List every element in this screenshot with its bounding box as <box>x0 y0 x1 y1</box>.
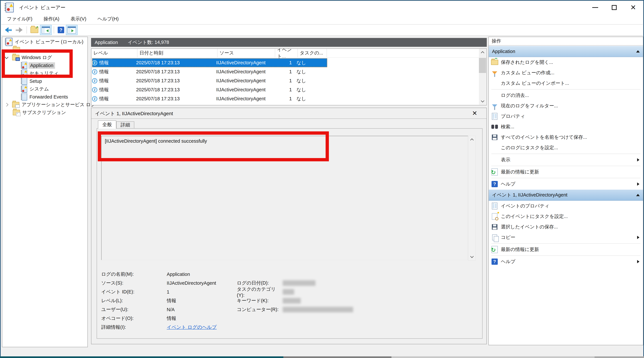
menu-view[interactable]: 表示(V) <box>65 14 92 24</box>
column-header-datetime[interactable]: 日付と時刻 <box>138 49 218 57</box>
field-user: ユーザー(U): N/A <box>101 306 174 313</box>
action-event-properties[interactable]: イベントのプロパティ <box>489 201 643 211</box>
scroll-up-arrow[interactable] <box>479 49 486 56</box>
tree-root-label: イベント ビューアー (ローカル) <box>15 39 83 45</box>
action-save-selected-events[interactable]: 選択したイベントの保存... <box>489 222 643 232</box>
scroll-down-arrow[interactable] <box>479 98 486 105</box>
event-row-partial[interactable]: i <box>92 103 327 105</box>
action-import-custom-view[interactable]: カスタム ビューのインポート... <box>489 78 643 88</box>
tree-item-label: Setup <box>30 78 42 84</box>
event-row-selected[interactable]: i 情報 2025/07/18 17:23:13 IIJActiveDirect… <box>92 58 327 67</box>
event-row[interactable]: i 情報 2025/07/18 17:23:13 IIJActiveDirect… <box>92 76 327 85</box>
toggle-action-pane-button[interactable] <box>66 25 78 35</box>
scroll-up-arrow[interactable] <box>468 136 476 143</box>
event-row[interactable]: i 情報 2025/07/18 17:23:13 IIJActiveDirect… <box>92 67 327 76</box>
information-icon: i <box>92 69 97 74</box>
action-attach-task-to-event[interactable]: このイベントにタスクを設定... <box>489 211 643 222</box>
log-icon <box>22 85 27 93</box>
cell-event-id: 1 <box>274 60 292 65</box>
app-services-folder-icon <box>12 102 19 107</box>
action-clear-log[interactable]: ログの消去... <box>489 90 643 101</box>
refresh-icon <box>492 168 498 176</box>
annotation-red-box-tree <box>2 49 73 78</box>
cell-source: IIJActiveDirectoryAgent <box>216 78 274 83</box>
tree-item-forwarded-events[interactable]: Forwarded Events <box>22 93 68 101</box>
action-separator <box>491 243 640 244</box>
information-icon: i <box>92 96 97 101</box>
refresh-icon <box>492 246 498 253</box>
field-source: ソース(S): IIJActiveDirectoryAgent <box>101 280 216 286</box>
create-custom-view-icon <box>492 71 497 74</box>
cell-task: なし <box>292 68 321 75</box>
action-help[interactable]: ? ヘルプ <box>489 179 643 189</box>
help-icon: ? <box>492 181 498 187</box>
forward-button[interactable] <box>14 25 24 35</box>
column-header-source[interactable]: ソース <box>218 49 275 57</box>
cell-datetime: 2025/07/18 17:23:13 <box>136 78 216 83</box>
tab-details[interactable]: 詳細 <box>116 121 134 129</box>
tree-item-setup[interactable]: Setup <box>22 77 42 85</box>
column-header-event-id[interactable]: イベント... <box>275 49 298 57</box>
field-computer: コンピューター(R): <box>237 306 353 313</box>
tree-item-event-viewer-root[interactable]: イベント ビューアー (ローカル) <box>6 38 83 46</box>
detail-close-icon[interactable]: ✕ <box>472 110 477 117</box>
field-value: 情報 <box>167 298 176 304</box>
information-icon: i <box>92 105 97 105</box>
column-header-level[interactable]: レベル <box>92 49 138 57</box>
open-folder-icon <box>30 27 38 33</box>
actions-section-header-event[interactable]: イベント 1, IIJActiveDirectoryAgent <box>489 189 643 201</box>
action-view[interactable]: 表示 <box>489 155 643 165</box>
field-value: 1 <box>167 289 169 295</box>
back-button[interactable] <box>3 25 14 35</box>
event-log-help-link[interactable]: イベント ログのヘルプ <box>167 324 217 331</box>
actions-pane: 操作 Application 保存されたログを開く... カスタム ビューの作成… <box>488 37 643 345</box>
field-label: キーワード(K): <box>237 298 283 304</box>
action-copy[interactable]: コピー <box>489 232 643 243</box>
action-properties[interactable]: プロパティ <box>489 111 643 122</box>
close-button[interactable]: ✕ <box>624 1 643 14</box>
action-refresh[interactable]: 最新の情報に更新 <box>489 167 643 177</box>
collapse-arrow-icon[interactable] <box>636 194 640 196</box>
action-help-event[interactable]: ? ヘルプ <box>489 256 643 267</box>
tree-item-system[interactable]: システム <box>22 85 49 93</box>
taskbar-segment <box>594 356 644 358</box>
close-icon: ✕ <box>630 4 636 11</box>
event-viewer-icon <box>6 38 12 46</box>
information-icon: i <box>92 87 97 92</box>
action-create-custom-view[interactable]: カスタム ビューの作成... <box>489 67 643 78</box>
tree-item-label: システム <box>30 86 49 92</box>
toggle-console-tree-button[interactable] <box>40 25 52 35</box>
help-button[interactable]: ? <box>56 25 66 35</box>
action-attach-task-to-log[interactable]: このログにタスクを設定... <box>489 142 643 153</box>
copy-icon <box>492 235 497 240</box>
menu-action[interactable]: 操作(A) <box>38 14 65 24</box>
actions-section-header-application[interactable]: Application <box>489 46 643 57</box>
action-filter-current-log[interactable]: 現在のログをフィルター... <box>489 101 643 111</box>
tree-item-subscriptions[interactable]: サブスクリプション <box>13 109 66 116</box>
field-value: Application <box>167 272 190 277</box>
open-saved-log-button[interactable] <box>29 25 40 35</box>
chevron-collapsed-icon[interactable] <box>5 103 8 107</box>
minimize-button[interactable] <box>586 1 605 14</box>
redacted-value <box>283 307 353 312</box>
console-tree-pane: イベント ビューアー (ローカル) Windows ログ Application… <box>2 37 88 347</box>
event-row[interactable]: i 情報 2025/07/18 17:23:13 IIJActiveDirect… <box>92 94 327 103</box>
scroll-down-arrow[interactable] <box>468 253 476 260</box>
maximize-button[interactable] <box>605 1 624 14</box>
collapse-arrow-icon[interactable] <box>636 50 640 52</box>
message-scrollbar[interactable] <box>468 136 476 261</box>
field-label: ユーザー(U): <box>101 306 167 313</box>
scrollbar-thumb[interactable] <box>479 58 486 73</box>
menu-file[interactable]: ファイル(F) <box>1 14 38 24</box>
action-open-saved-log[interactable]: 保存されたログを開く... <box>489 57 643 67</box>
action-find[interactable]: 検索... <box>489 122 643 132</box>
list-vertical-scrollbar[interactable] <box>479 49 486 105</box>
tree-item-app-services-logs[interactable]: アプリケーションとサービス ログ <box>5 101 96 109</box>
action-refresh-event[interactable]: 最新の情報に更新 <box>489 244 643 255</box>
action-save-all-events-as[interactable]: すべてのイベントを名前をつけて保存... <box>489 132 643 142</box>
tab-general[interactable]: 全般 <box>98 120 116 129</box>
column-header-task[interactable]: タスクの... <box>298 49 327 57</box>
menu-help[interactable]: ヘルプ(H) <box>92 14 124 24</box>
event-row[interactable]: i 情報 2025/07/18 17:23:13 IIJActiveDirect… <box>92 85 327 94</box>
back-arrow-icon <box>4 27 12 33</box>
